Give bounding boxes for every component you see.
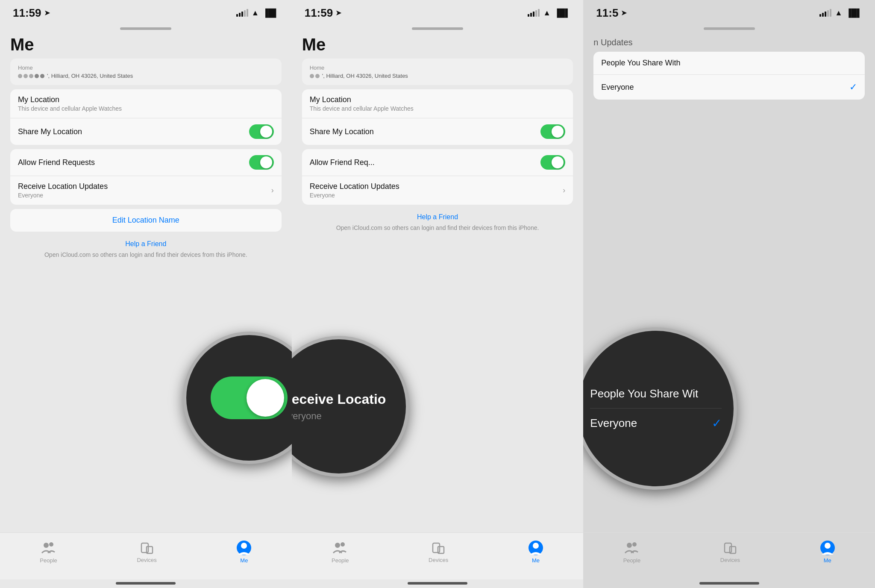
share-options-bg-3: People You Share With Everyone ✓ [593,52,865,100]
tab-people-label-3: People [623,557,640,564]
help-section-2: Help a Friend Open iCloud.com so others … [302,213,573,232]
mag-content-3: People You Share Wit Everyone ✓ [583,371,734,447]
svg-point-13 [632,542,637,547]
time-2: 11:59 [305,6,333,20]
devices-icon-3 [723,541,737,555]
time-1: 11:59 [13,6,41,20]
phone-panel-1: 11:59 ➤ ▲ ▐█▌ Me Home [0,0,292,588]
svg-point-12 [627,543,632,548]
allow-friend-toggle-1[interactable] [249,155,274,170]
everyone-row-3[interactable]: Everyone ✓ [593,75,865,100]
page-title-1: Me [10,35,282,54]
svg-point-17 [825,543,831,549]
address-2: ', Hilliard, OH 43026, United States [310,73,566,79]
people-icon-1 [41,540,56,556]
tab-devices-3[interactable]: Devices [720,541,740,563]
svg-rect-8 [433,543,440,553]
svg-point-1 [49,542,53,547]
share-location-toggle-1[interactable] [249,124,274,139]
svg-point-5 [241,543,247,549]
mag-receive-title: Receive Locatio [292,391,396,407]
status-icons-3: ▲ ▐█▌ [819,9,862,18]
receive-updates-row-1[interactable]: Receive Location Updates Everyone › [10,176,282,205]
screen-2: 11:59 ➤ ▲ ▐█▌ Me Home [292,0,584,588]
home-indicator-3 [699,582,759,585]
help-link-2[interactable]: Help a Friend [302,213,573,221]
mag-everyone-row[interactable]: Everyone ✓ [590,409,722,438]
wifi-icon-3: ▲ [835,9,843,18]
screen-3: 11:5 ➤ ▲ ▐█▌ n Updates [583,0,875,588]
my-location-row-1: My Location This device and cellular App… [10,89,282,118]
help-desc-1: Open iCloud.com so others can login and … [10,250,282,259]
help-link-1[interactable]: Help a Friend [10,240,282,248]
tab-people-3[interactable]: People [623,540,640,564]
signal-icon-1 [236,9,248,17]
edit-location-btn-1[interactable]: Edit Location Name [10,209,282,232]
home-indicator-1 [116,582,176,585]
status-bar-2: 11:59 ➤ ▲ ▐█▌ [292,0,584,26]
mag-everyone-text: Everyone [590,417,637,430]
people-icon-3 [624,540,640,556]
tab-devices-2[interactable]: Devices [429,541,448,563]
tab-devices-label-3: Devices [720,557,740,563]
page-title-2: Me [302,35,573,54]
status-icons-1: ▲ ▐█▌ [236,9,279,18]
svg-point-11 [533,543,539,549]
address-dots-1 [18,74,44,78]
tab-me-2[interactable]: Me [528,540,543,564]
wifi-icon-2: ▲ [543,9,551,18]
help-desc-2: Open iCloud.com so others can login and … [302,223,573,232]
allow-friend-toggle-2[interactable] [540,155,565,170]
phone-panel-2: 11:59 ➤ ▲ ▐█▌ Me Home [292,0,584,588]
receive-updates-row-2[interactable]: Receive Location Updates Everyone › [302,176,573,205]
friend-settings-group-1: Allow Friend Requests Receive Location U… [10,149,282,205]
tab-me-1[interactable]: Me [236,540,252,564]
people-share-row-3[interactable]: People You Share With [593,52,865,75]
receive-updates-title-2: Receive Location Updates [310,182,399,191]
tab-devices-1[interactable]: Devices [137,541,156,563]
address-text-1: ', Hilliard, OH 43026, United States [47,73,133,79]
tab-people-2[interactable]: People [332,540,349,564]
tab-me-label-1: Me [240,557,248,564]
signal-icon-3 [819,9,831,17]
svg-point-7 [341,542,345,547]
share-location-toggle-2[interactable] [540,124,565,139]
signal-icon-2 [528,9,540,17]
tab-people-1[interactable]: People [40,540,57,564]
share-location-row-2[interactable]: Share My Location [302,118,573,145]
mag-people-share-text: People You Share Wit [590,387,698,400]
battery-icon-1: ▐█▌ [262,9,279,18]
wifi-icon-1: ▲ [252,9,259,18]
tab-me-label-3: Me [824,557,831,564]
location-arrow-icon-2: ➤ [335,8,342,18]
mag-content-2: Receive Locatio Everyone [292,382,406,430]
my-location-title-1: My Location [18,95,122,104]
tab-me-3[interactable]: Me [820,540,835,564]
receive-updates-title-1: Receive Location Updates [18,182,108,191]
receive-updates-label-3: n Updates [593,38,632,47]
top-handle-1 [120,27,171,30]
chevron-icon-2: › [563,186,565,195]
time-3: 11:5 [596,6,618,20]
mag-receive-subtitle: Everyone [292,411,396,422]
top-handle-3 [704,27,755,30]
people-icon-2 [332,540,348,556]
allow-friend-row-2[interactable]: Allow Friend Req... [302,149,573,176]
toggle-large-1 [211,376,288,419]
toggle-large-knob-1 [247,379,284,417]
me-icon-1 [236,540,252,556]
me-icon-2 [528,540,543,556]
share-location-title-1: Share My Location [18,127,82,136]
devices-icon-1 [140,541,154,555]
allow-friend-row-1[interactable]: Allow Friend Requests [10,149,282,176]
svg-point-6 [335,543,340,548]
share-location-row-1[interactable]: Share My Location [10,118,282,145]
checkmark-icon-3: ✓ [849,82,857,93]
devices-icon-2 [431,541,446,555]
mag-people-share-row[interactable]: People You Share Wit [590,379,722,409]
receive-updates-subtitle-1: Everyone [18,192,108,199]
status-bar-1: 11:59 ➤ ▲ ▐█▌ [0,0,292,26]
tab-devices-label-2: Devices [429,557,448,563]
tab-bar-3: People Devices Me [583,532,875,579]
location-settings-group-2: My Location This device and cellular App… [302,89,573,145]
